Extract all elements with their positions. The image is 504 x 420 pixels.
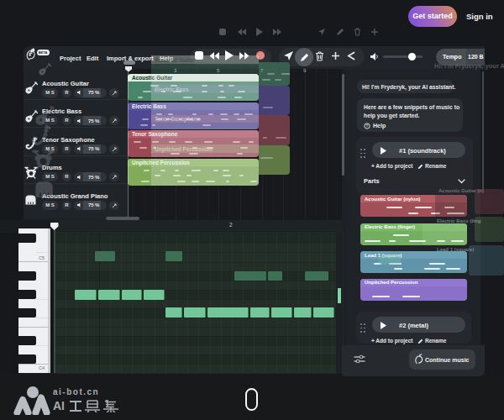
svg-text:?: ? [366, 123, 369, 128]
